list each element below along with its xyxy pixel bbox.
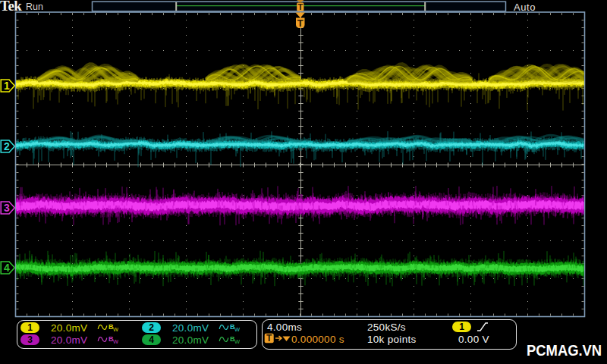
svg-text:W: W [234,338,240,345]
svg-text:W: W [113,338,118,345]
svg-text:1: 1 [4,80,10,92]
svg-text:T: T [266,333,272,344]
svg-text:W: W [113,326,118,333]
svg-text:4: 4 [4,262,10,274]
svg-text:T: T [297,2,303,11]
svg-text:W: W [234,326,240,333]
svg-text:2: 2 [4,140,10,152]
svg-text:3: 3 [4,202,10,214]
svg-text:T: T [297,17,304,29]
